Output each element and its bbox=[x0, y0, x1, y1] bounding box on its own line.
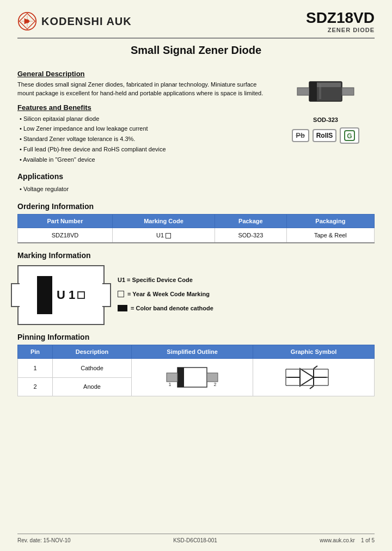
legend-black-icon bbox=[118, 305, 127, 311]
svg-line-20 bbox=[310, 386, 314, 389]
legend-item-u1: U1 = Specific Device Code bbox=[118, 274, 213, 286]
pb-free-badge: Pb bbox=[292, 129, 309, 142]
marking-section: U 1 U1 = Specific Device Code = Year & W… bbox=[17, 265, 375, 325]
rohs-badge: RolIS bbox=[313, 129, 337, 142]
svg-text:2: 2 bbox=[214, 382, 217, 387]
pinning-title: Pinning Information bbox=[17, 333, 375, 341]
svg-line-19 bbox=[314, 366, 317, 369]
svg-rect-11 bbox=[177, 368, 184, 387]
features-list: Silicon epitaxial planar diode Low Zener… bbox=[17, 114, 271, 164]
pin-description-1: Cathode bbox=[52, 359, 131, 378]
marking-title: Marking Information bbox=[17, 251, 375, 260]
svg-rect-3 bbox=[297, 88, 309, 95]
footer-rev-date: Rev. date: 15-NOV-10 bbox=[17, 537, 71, 543]
svg-marker-17 bbox=[300, 369, 314, 386]
marking-square bbox=[77, 291, 85, 299]
badges-row: Pb RolIS G bbox=[292, 127, 360, 144]
marking-legend: U1 = Specific Device Code = Year & Week … bbox=[118, 274, 213, 316]
pin-number-1: 1 bbox=[18, 359, 53, 378]
ordering-title: Ordering Information bbox=[17, 202, 375, 211]
svg-rect-4 bbox=[342, 88, 354, 95]
symbol-svg bbox=[284, 361, 344, 394]
ordering-table: Part Number Marking Code Package Packagi… bbox=[17, 214, 375, 243]
col-header-part-number: Part Number bbox=[18, 214, 113, 228]
col-header-packaging: Packaging bbox=[286, 214, 374, 228]
col-header-pin: Pin bbox=[18, 345, 53, 359]
feature-item: Available in "Green" device bbox=[20, 155, 271, 165]
application-item: Voltage regulator bbox=[20, 184, 375, 194]
package-image bbox=[293, 70, 358, 113]
legend-item-black: = Color band denote cathode bbox=[118, 302, 213, 314]
marking-black-bar bbox=[37, 276, 52, 314]
applications-list: Voltage regulator bbox=[17, 184, 375, 194]
page: KODENSHI AUK SDZ18VD ZENER DIODE Small S… bbox=[0, 0, 392, 551]
table-row: SDZ18VD U1 SOD-323 Tape & Reel bbox=[18, 228, 375, 243]
part-info: SDZ18VD ZENER DIODE bbox=[306, 10, 375, 33]
feature-item: Standard Zener voltage tolerance is 4.3%… bbox=[20, 134, 271, 144]
footer-website-page: www.auk.co.kr 1 of 5 bbox=[320, 537, 375, 543]
green-badge: G bbox=[340, 127, 359, 144]
col-header-marking-code: Marking Code bbox=[112, 214, 215, 228]
feature-item: Full lead (Pb)-free device and RoHS comp… bbox=[20, 144, 271, 155]
footer-doc-number: KSD-D6C018-001 bbox=[173, 537, 217, 543]
cell-package: SOD-323 bbox=[215, 228, 287, 243]
col-header-symbol: Graphic Symbol bbox=[253, 345, 375, 359]
marking-inner: U 1 bbox=[37, 276, 85, 314]
marking-text: U 1 bbox=[57, 288, 85, 302]
col-header-package: Package bbox=[215, 214, 287, 228]
cell-packaging: Tape & Reel bbox=[286, 228, 374, 243]
general-desc-text: These diodes small signal Zener diodes, … bbox=[17, 80, 271, 98]
col-header-description: Description bbox=[52, 345, 131, 359]
general-desc-title: General Description bbox=[17, 70, 271, 78]
applications-title: Applications bbox=[17, 172, 375, 181]
svg-text:1: 1 bbox=[169, 382, 171, 387]
footer-website: www.auk.co.kr bbox=[320, 537, 354, 543]
legend-square-icon bbox=[118, 291, 124, 297]
pin-number-2: 2 bbox=[18, 377, 53, 396]
pinning-row-1: 1 Cathode 1 2 bbox=[18, 359, 375, 378]
header: KODENSHI AUK SDZ18VD ZENER DIODE bbox=[17, 10, 375, 39]
part-type: ZENER DIODE bbox=[306, 27, 375, 33]
simplified-outline-cell: 1 2 bbox=[132, 359, 253, 396]
svg-rect-6 bbox=[309, 82, 317, 101]
desc-left: General Description These diodes small s… bbox=[17, 64, 271, 164]
feature-item: Silicon epitaxial planar diode bbox=[20, 114, 271, 124]
feature-item: Low Zener impedance and low leakage curr… bbox=[20, 124, 271, 134]
pinning-header-row: Pin Description Simplified Outline Graph… bbox=[18, 345, 375, 359]
col-header-outline: Simplified Outline bbox=[132, 345, 253, 359]
image-right: SOD-323 Pb RolIS G bbox=[277, 64, 375, 164]
pin-description-2: Anode bbox=[52, 377, 131, 396]
legend-item-square: = Year & Week Code Marking bbox=[118, 288, 213, 300]
svg-rect-13 bbox=[207, 373, 218, 382]
features-title: Features and Benefits bbox=[17, 103, 271, 112]
cell-part-number: SDZ18VD bbox=[18, 228, 113, 243]
description-section: General Description These diodes small s… bbox=[17, 64, 375, 164]
footer: Rev. date: 15-NOV-10 KSD-D6C018-001 www.… bbox=[17, 534, 375, 543]
package-label: SOD-323 bbox=[313, 117, 338, 123]
marking-diagram: U 1 bbox=[17, 265, 105, 325]
graphic-symbol-cell bbox=[253, 359, 375, 396]
logo-icon bbox=[17, 11, 37, 31]
part-number: SDZ18VD bbox=[306, 10, 375, 27]
legend-text-square: = Year & Week Code Marking bbox=[127, 288, 210, 300]
svg-text:G: G bbox=[347, 132, 352, 140]
outline-svg: 1 2 bbox=[162, 361, 222, 394]
logo-area: KODENSHI AUK bbox=[17, 11, 132, 31]
legend-text-u1: U1 = Specific Device Code bbox=[118, 274, 193, 286]
cell-marking-code: U1 bbox=[112, 228, 215, 243]
table-header-row: Part Number Marking Code Package Packagi… bbox=[18, 214, 375, 228]
logo-text: KODENSHI AUK bbox=[41, 15, 132, 28]
footer-page: 1 of 5 bbox=[361, 537, 375, 543]
svg-rect-12 bbox=[167, 373, 177, 382]
legend-text-black: = Color band denote cathode bbox=[131, 302, 213, 314]
pinning-table: Pin Description Simplified Outline Graph… bbox=[17, 345, 375, 396]
svg-rect-7 bbox=[319, 84, 321, 99]
main-title: Small Signal Zener Diode bbox=[17, 44, 375, 57]
